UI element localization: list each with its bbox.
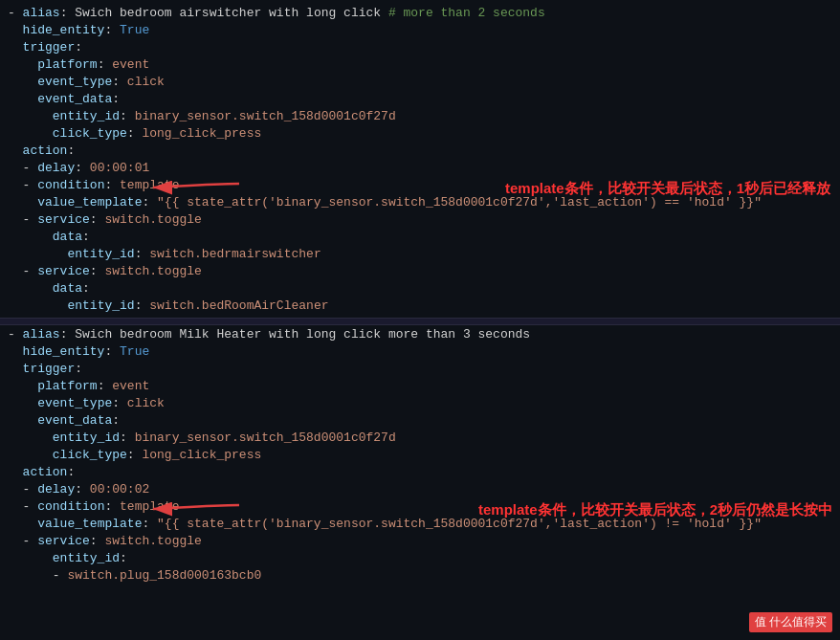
line-content: - condition: template	[8, 499, 832, 514]
code-line: trigger:	[0, 40, 840, 57]
code-line: action:	[0, 143, 840, 161]
code-line: - condition: template	[0, 178, 840, 195]
line-content: action:	[8, 143, 832, 158]
line-content: entity_id: binary_sensor.switch_158d0001…	[8, 109, 832, 123]
code-line: hide_entity: True	[0, 23, 840, 40]
code-line: event_data:	[0, 413, 840, 430]
line-content: - delay: 00:00:01	[8, 161, 832, 175]
code-line: trigger:	[0, 362, 840, 379]
code-line: event_data:	[0, 92, 840, 109]
line-content: platform: event	[8, 379, 832, 393]
code-line: event_type: click	[0, 75, 840, 92]
line-content: value_template: "{{ state_attr('binary_s…	[8, 517, 832, 531]
code-line: entity_id: binary_sensor.switch_158d0001…	[0, 430, 840, 448]
code-line: platform: event	[0, 379, 840, 396]
code-line: - service: switch.toggle	[0, 534, 840, 551]
code-line: - delay: 00:00:02	[0, 482, 840, 499]
code-line: data:	[0, 230, 840, 247]
code-line: value_template: "{{ state_attr('binary_s…	[0, 517, 840, 534]
line-content: click_type: long_click_press	[8, 126, 832, 141]
code-line: hide_entity: True	[0, 344, 840, 362]
line-content: data:	[8, 230, 832, 244]
line-content: entity_id: switch.bedrmairswitcher	[8, 247, 832, 261]
code-block-1: - alias: Swich bedroom airswitcher with …	[0, 4, 840, 318]
code-line: action:	[0, 465, 840, 482]
watermark: 值 什么值得买	[749, 612, 832, 632]
line-content: - condition: template	[8, 178, 832, 192]
code-line: data:	[0, 281, 840, 298]
line-content: trigger:	[8, 362, 832, 376]
line-content: platform: event	[8, 57, 832, 72]
line-content: - service: switch.toggle	[8, 264, 832, 278]
code-line: - service: switch.toggle	[0, 264, 840, 281]
block-separator	[0, 318, 840, 325]
code-line: click_type: long_click_press	[0, 126, 840, 143]
code-line: entity_id:	[0, 551, 840, 568]
line-content: event_type: click	[8, 75, 832, 89]
code-line: - alias: Swich bedroom airswitcher with …	[0, 6, 840, 23]
line-content: value_template: "{{ state_attr('binary_s…	[8, 195, 832, 210]
code-line: value_template: "{{ state_attr('binary_s…	[0, 195, 840, 212]
code-block-2: - alias: Swich bedroom Milk Heater with …	[0, 325, 840, 587]
code-line: entity_id: switch.bedrmairswitcher	[0, 247, 840, 264]
code-line: - alias: Swich bedroom Milk Heater with …	[0, 327, 840, 344]
code-line: click_type: long_click_press	[0, 448, 840, 465]
code-line: - service: switch.toggle	[0, 212, 840, 230]
line-content: event_data:	[8, 92, 832, 106]
line-content: action:	[8, 465, 832, 479]
site-name: 什么值得买	[769, 615, 827, 629]
code-line: - delay: 00:00:01	[0, 161, 840, 178]
line-content: - alias: Swich bedroom airswitcher with …	[8, 6, 832, 20]
code-line: platform: event	[0, 57, 840, 75]
line-content: - service: switch.toggle	[8, 212, 832, 227]
line-content: - alias: Swich bedroom Milk Heater with …	[8, 327, 832, 342]
line-content: trigger:	[8, 40, 832, 55]
code-line: entity_id: binary_sensor.switch_158d0001…	[0, 109, 840, 126]
line-content: - switch.plug_158d000163bcb0	[8, 568, 832, 583]
line-content: - service: switch.toggle	[8, 534, 832, 548]
line-content: entity_id: binary_sensor.switch_158d0001…	[8, 430, 832, 445]
watermark-icon: 值	[755, 615, 766, 629]
line-content: hide_entity: True	[8, 344, 832, 359]
code-container: - alias: Swich bedroom airswitcher with …	[0, 0, 840, 640]
code-line: event_type: click	[0, 396, 840, 413]
code-line: - switch.plug_158d000163bcb0	[0, 568, 840, 585]
line-content: entity_id: switch.bedRoomAirCleaner	[8, 298, 832, 313]
code-line: entity_id: switch.bedRoomAirCleaner	[0, 298, 840, 316]
line-content: event_type: click	[8, 396, 832, 410]
line-content: data:	[8, 281, 832, 296]
line-content: event_data:	[8, 413, 832, 428]
line-content: entity_id:	[8, 551, 832, 565]
line-content: click_type: long_click_press	[8, 448, 832, 462]
line-content: - delay: 00:00:02	[8, 482, 832, 497]
code-line: - condition: template	[0, 499, 840, 517]
line-content: hide_entity: True	[8, 23, 832, 37]
